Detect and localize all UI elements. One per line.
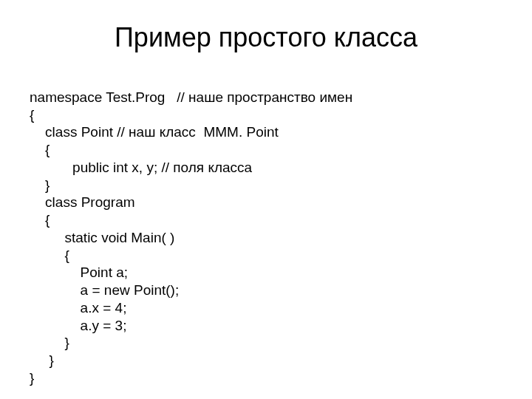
code-line: static void Main( ) <box>30 230 174 245</box>
code-line: namespace Test.Prog // наше пространство… <box>30 89 352 105</box>
code-line: } <box>30 370 34 386</box>
code-line: { <box>30 107 34 123</box>
code-line: } <box>30 177 50 193</box>
code-line: { <box>30 212 50 228</box>
code-line: class Program <box>30 194 135 210</box>
code-block: namespace Test.Prog // наше пространство… <box>30 71 502 399</box>
code-line: { <box>30 248 69 263</box>
code-line: } <box>30 335 69 350</box>
code-line: a.x = 4; <box>30 300 126 316</box>
code-line: class Point // наш класс MMM. Point <box>30 124 279 140</box>
code-line: a.y = 3; <box>30 318 126 333</box>
slide: Пример простого класса namespace Test.Pr… <box>0 0 532 399</box>
code-line: Point a; <box>30 265 128 280</box>
code-line: } <box>30 352 54 368</box>
code-line: public int x, y; // поля класса <box>30 160 252 175</box>
code-line: { <box>30 142 50 157</box>
slide-title: Пример простого класса <box>30 22 502 53</box>
code-line: a = new Point(); <box>30 282 179 298</box>
